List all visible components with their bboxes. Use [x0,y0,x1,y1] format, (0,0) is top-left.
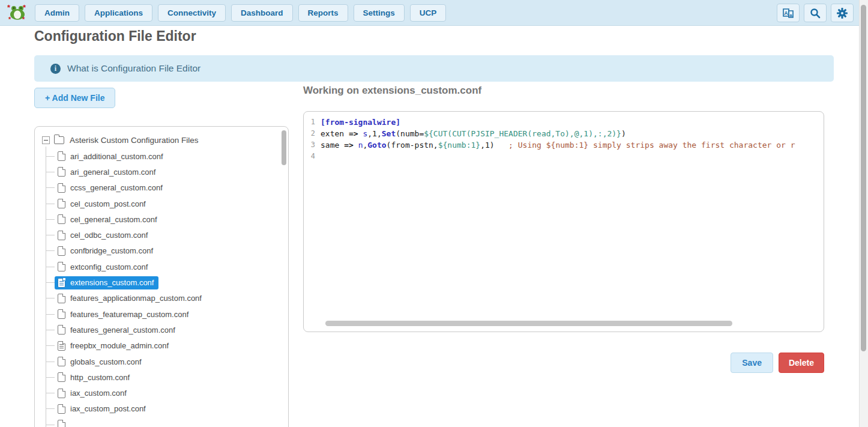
freepbx-frog-logo[interactable]: * * * * [7,3,28,22]
file-icon [58,357,65,366]
delete-button[interactable]: Delete [779,353,824,373]
token-var: ${CUT(CUT(PJSIP_HEADER(read,To),@,1),:,2… [424,129,621,138]
search-icon [810,8,821,19]
tree-item-label: ari_additional_custom.conf [70,152,163,161]
tree-item-label: confbridge_custom.conf [70,246,153,255]
tree-item-extensions_custom.conf[interactable]: extensions_custom.conf [46,274,288,290]
tree-connector [46,330,55,330]
nav-item-ucp[interactable]: UCP [410,4,447,22]
tree-connector [46,267,55,267]
search-button[interactable] [804,4,827,22]
token-plain: same [321,141,344,150]
tree-connector [46,408,55,409]
tree-item-iax_custom.conf[interactable]: iax_custom.conf [46,385,288,401]
folder-icon [54,136,64,144]
tree-item-label: globals_custom.conf [70,357,142,366]
tree-item-partial[interactable] [46,417,288,427]
code-line-2[interactable]: 2exten => s,1,Set(numb=${CUT(CUT(PJSIP_H… [304,128,821,139]
nav-item-applications[interactable]: Applications [85,4,152,22]
settings-button[interactable] [831,4,854,22]
tree-item-label: iax_custom_post.conf [70,404,146,413]
tree-item-features_applicationmap_custom.conf[interactable]: features_applicationmap_custom.conf [46,291,288,306]
line-number: 4 [304,151,321,162]
token-op: => [344,141,354,150]
tree-connector [46,377,55,378]
tree-item-globals_custom.conf[interactable]: globals_custom.conf [46,354,288,369]
code-line-content: exten => s,1,Set(numb=${CUT(CUT(PJSIP_HE… [321,128,626,139]
info-bar[interactable]: i What is Configuration File Editor [34,55,834,82]
info-bar-text: What is Configuration File Editor [67,63,200,74]
code-line-3[interactable]: 3same => n,Goto(from-pstn,${numb:1},1) ;… [304,139,821,151]
language-button[interactable]: A a [777,4,800,22]
code-line-content: [from-signalwire] [321,117,400,128]
collapse-expander-icon[interactable] [42,136,50,144]
file-icon [58,199,65,208]
tree-item-extconfig_custom.conf[interactable]: extconfig_custom.conf [46,259,288,274]
save-button[interactable]: Save [731,353,773,373]
nav-item-reports[interactable]: Reports [298,4,348,22]
tree-connector [46,172,55,172]
line-number: 3 [304,139,321,151]
tree-item-ari_additional_custom.conf[interactable]: ari_additional_custom.conf [46,148,288,164]
editor-horizontal-scrollbar-thumb[interactable] [325,321,732,326]
token-plain: ) [621,129,626,138]
tree-connector [46,362,55,362]
tree-connector [46,187,55,188]
tree-item-cel_general_custom.conf[interactable]: cel_general_custom.conf [46,211,288,227]
nav-item-dashboard[interactable]: Dashboard [231,4,293,22]
tree-item-label: http_custom.conf [70,373,130,382]
file-lines-icon [58,341,65,351]
tree-item-cel_odbc_custom.conf[interactable]: cel_odbc_custom.conf [46,227,288,243]
tree-scrollbar-track[interactable] [281,129,286,427]
file-icon [58,420,65,427]
tree-item-freepbx_module_admin.conf[interactable]: freepbx_module_admin.conf [46,338,288,354]
top-navbar: * * * * AdminApplicationsConnectivityDas… [0,0,868,26]
tree-item-label: features_applicationmap_custom.conf [70,294,202,303]
nav-right-icons: A a [777,4,854,22]
nav-item-connectivity[interactable]: Connectivity [158,4,226,22]
nav-item-settings[interactable]: Settings [354,4,405,22]
settings-gear-icon [836,7,848,19]
token-plain: (numb= [396,129,424,138]
nav-items: AdminApplicationsConnectivityDashboardRe… [35,4,446,22]
file-icon [58,214,65,224]
tree-item-http_custom.conf[interactable]: http_custom.conf [46,369,288,385]
file-icon [58,294,65,303]
tree-item-features_general_custom.conf[interactable]: features_general_custom.conf [46,322,288,338]
svg-text:A: A [784,10,788,16]
nav-item-admin[interactable]: Admin [35,4,79,22]
tree-item-ari_general_custom.conf[interactable]: ari_general_custom.conf [46,164,288,180]
file-icon [58,246,65,256]
file-icon [58,325,65,335]
tree-connector [46,156,55,157]
tree-item-label: ari_general_custom.conf [70,168,155,177]
tree-item-label: cel_odbc_custom.conf [70,231,148,240]
tree-item-confbridge_custom.conf[interactable]: confbridge_custom.conf [46,243,288,259]
working-on-heading: Working on extensions_custom.conf [303,85,481,97]
tree-connector [46,219,55,220]
tree-connector [46,393,55,393]
tree-children: ari_additional_custom.confari_general_cu… [46,148,288,427]
file-icon [58,309,65,319]
code-editor[interactable]: 1[from-signalwire]2exten => s,1,Set(numb… [303,111,824,332]
code-line-4[interactable]: 4 [304,151,821,162]
tree-item-features_featuremap_custom.conf[interactable]: features_featuremap_custom.conf [46,306,288,322]
token-plain: ,1, [367,129,381,138]
page-title: Configuration File Editor [34,28,196,44]
window-scrollbar-track[interactable] [859,0,868,427]
tree-scrollbar-thumb[interactable] [282,130,286,165]
tree-item-ccss_general_custom.conf[interactable]: ccss_general_custom.conf [46,180,288,196]
token-op: => [349,129,358,138]
file-lines-icon [58,278,65,288]
code-line-1[interactable]: 1[from-signalwire] [304,117,821,128]
tree-item-cel_custom_post.conf[interactable]: cel_custom_post.conf [46,196,288,211]
tree-item-label: iax_custom.conf [70,389,127,398]
tree-root-asterisk-custom-configuration-files[interactable]: Asterisk Custom Configuration Files [42,132,288,148]
svg-text:*: * [7,3,11,12]
window-scrollbar-thumb[interactable] [861,5,866,351]
add-new-file-button[interactable]: + Add New File [34,88,115,108]
tree-item-iax_custom_post.conf[interactable]: iax_custom_post.conf [46,401,288,417]
tree-item-label: features_general_custom.conf [70,326,175,335]
tree-root-label: Asterisk Custom Configuration Files [70,136,199,145]
token-plain [354,141,358,150]
